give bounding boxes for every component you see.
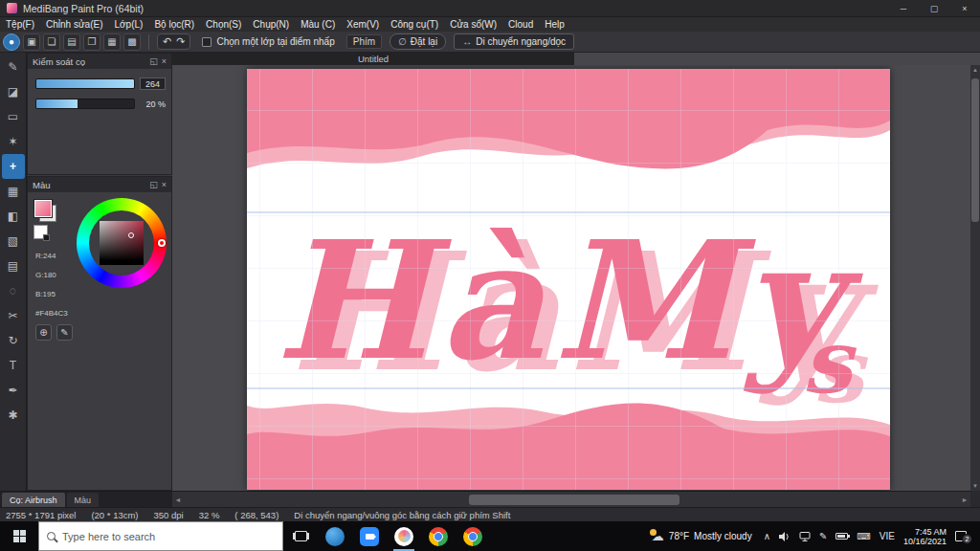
menu-filter[interactable]: Bộ lọc(R): [148, 19, 200, 30]
document-icon[interactable]: ❐: [83, 33, 100, 51]
menu-cloud[interactable]: Cloud: [502, 19, 539, 30]
select-tool-icon[interactable]: ▭: [2, 104, 25, 129]
eyedropper-tool-icon[interactable]: ✒: [2, 378, 25, 403]
transparent-swatch[interactable]: [43, 234, 50, 241]
search-input[interactable]: [62, 531, 254, 542]
menu-select[interactable]: Chọn(S): [200, 19, 247, 30]
select-pen-tool-icon[interactable]: ▤: [2, 253, 25, 278]
popout-icon[interactable]: ◱: [149, 56, 158, 66]
close-button[interactable]: ×: [949, 0, 980, 16]
menu-view[interactable]: Xem(V): [341, 19, 385, 30]
web-color-icon[interactable]: ⊕: [35, 324, 52, 341]
lasso-tool-icon[interactable]: ◌: [2, 278, 25, 303]
hand-tool-icon[interactable]: ✱: [2, 403, 25, 428]
status-hint: Di chuyển ngang/vuông góc bằng cách giữ …: [294, 510, 510, 520]
grid-icon[interactable]: ▦: [103, 33, 121, 51]
scroll-up-icon[interactable]: ▲: [972, 65, 978, 75]
brush-size-slider[interactable]: [35, 78, 135, 89]
magic-wand-tool-icon[interactable]: ✶: [2, 129, 25, 154]
app-medibang[interactable]: [387, 521, 421, 551]
battery-icon[interactable]: [835, 533, 848, 540]
brush-panel-title: Kiểm soát cọ: [33, 56, 145, 67]
tab-color[interactable]: Màu: [67, 493, 100, 507]
brush-tool-icon[interactable]: ✎: [2, 55, 25, 79]
brush-opacity-slider[interactable]: [35, 99, 135, 109]
task-view-icon: [295, 531, 307, 541]
app-browser-blue[interactable]: [318, 521, 352, 551]
brush-mode-icon[interactable]: ●: [3, 33, 20, 51]
title-bar: MediBang Paint Pro (64bit) ─ ▢ ×: [0, 0, 980, 17]
taskbar-search[interactable]: [38, 521, 283, 551]
gradient-tool-icon[interactable]: ▧: [2, 229, 25, 253]
taskbar-clock[interactable]: 7:45 AM 10/16/2021: [903, 527, 947, 546]
saturation-value-square[interactable]: [100, 221, 144, 265]
menu-snap[interactable]: Chụp(N): [247, 19, 295, 30]
document-canvas[interactable]: HàMy HàMy s s: [247, 69, 890, 490]
chat-icon[interactable]: ❏: [43, 33, 60, 51]
canvas-artwork[interactable]: HàMy HàMy s s: [247, 69, 890, 490]
popout-icon[interactable]: ◱: [149, 180, 158, 189]
rotate-tool-icon[interactable]: ↻: [2, 328, 25, 353]
network-icon[interactable]: [799, 532, 811, 541]
menu-file[interactable]: Tệp(F): [0, 19, 40, 30]
list-icon[interactable]: ▩: [123, 33, 141, 51]
app-chrome-1[interactable]: [421, 521, 456, 551]
minimize-button[interactable]: ─: [888, 0, 919, 16]
vertical-scrollbar[interactable]: ▲ ▼: [970, 65, 980, 491]
vertical-scroll-thumb[interactable]: [971, 78, 979, 222]
pick-layer-checkbox[interactable]: [202, 37, 212, 47]
horizontal-scrollbar[interactable]: ◄ ►: [172, 491, 970, 507]
hidden-icons-chevron-icon[interactable]: ∧: [764, 531, 770, 541]
app-chrome-2[interactable]: [456, 521, 490, 551]
foreground-swatch[interactable]: [34, 200, 52, 217]
document-tab[interactable]: Untitled: [172, 53, 574, 65]
move-arrows-icon: ↔: [462, 36, 472, 47]
action-center-button[interactable]: 2: [955, 531, 967, 541]
app-zoom[interactable]: [352, 521, 387, 551]
move-mode-button[interactable]: ↔ Di chuyển ngang/dọc: [454, 33, 574, 50]
palette-icon[interactable]: ▤: [63, 33, 80, 51]
bucket-tool-icon[interactable]: ◧: [2, 204, 25, 229]
menu-help[interactable]: Help: [539, 19, 570, 30]
language-indicator[interactable]: VIE: [880, 531, 895, 541]
hue-wheel[interactable]: [77, 198, 167, 288]
pen-icon[interactable]: ✎: [819, 531, 827, 541]
task-view-button[interactable]: [283, 521, 318, 551]
undo-icon[interactable]: ↶: [163, 35, 171, 48]
start-button[interactable]: [0, 521, 38, 551]
pick-layer-option[interactable]: Chọn một lớp tại điểm nhấp: [202, 36, 334, 47]
brush-size-value[interactable]: 264: [140, 77, 166, 90]
eraser-tool-icon[interactable]: ◪: [2, 79, 25, 104]
move-tool-icon[interactable]: +: [2, 154, 25, 179]
horizontal-scroll-thumb[interactable]: [469, 495, 679, 505]
sv-marker-icon[interactable]: [128, 232, 134, 238]
canvas-viewport[interactable]: HàMy HàMy s s: [172, 65, 970, 491]
tab-brush-airbrush[interactable]: Cọ: Airbrush: [2, 493, 65, 507]
no-entry-icon: ∅: [398, 36, 407, 47]
reset-button[interactable]: ∅ Đặt lại: [390, 33, 446, 50]
close-icon[interactable]: ×: [162, 180, 167, 189]
fill-tool-icon[interactable]: ▦: [2, 179, 25, 204]
scroll-right-icon[interactable]: ►: [959, 492, 970, 508]
save-icon[interactable]: ▣: [23, 33, 40, 51]
scissors-tool-icon[interactable]: ✂: [2, 303, 25, 328]
restore-button[interactable]: ▢: [919, 0, 949, 16]
menu-window[interactable]: Cửa sổ(W): [444, 19, 502, 30]
color-panel-title: Màu: [33, 180, 145, 190]
scroll-down-icon[interactable]: ▼: [972, 481, 978, 491]
palette-edit-icon[interactable]: ✎: [56, 324, 73, 341]
weather-widget[interactable]: ☁ 78°F Mostly cloudy: [650, 529, 756, 543]
menu-tools[interactable]: Công cụ(T): [385, 19, 444, 30]
hue-marker-icon[interactable]: [158, 239, 166, 247]
close-icon[interactable]: ×: [162, 56, 167, 66]
scroll-left-icon[interactable]: ◄: [172, 492, 184, 508]
keyboard-icon[interactable]: ⌨: [857, 531, 870, 541]
text-tool-icon[interactable]: T: [2, 353, 25, 378]
redo-icon[interactable]: ↷: [176, 35, 185, 48]
menu-edit[interactable]: Chỉnh sửa(E): [40, 19, 109, 30]
menu-layer[interactable]: Lớp(L): [109, 19, 149, 30]
volume-icon[interactable]: [779, 532, 791, 541]
brush-opacity-value[interactable]: 20 %: [140, 99, 166, 109]
menu-color[interactable]: Màu (C): [295, 19, 341, 30]
brush-opacity-row: 20 %: [35, 99, 166, 109]
